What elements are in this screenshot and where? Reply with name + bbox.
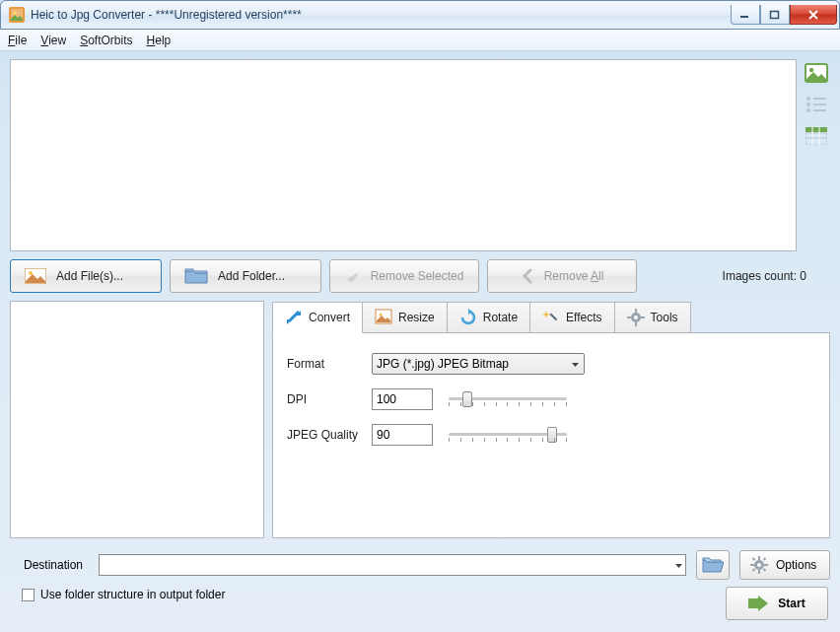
folder-structure-row: Use folder structure in output folder [10,588,830,601]
chevron-left-icon [521,268,534,284]
format-value: JPG (*.jpg) JPEG Bitmap [377,357,509,371]
svg-point-5 [809,68,813,72]
menu-file[interactable]: File [8,34,27,47]
svg-rect-39 [748,598,758,608]
tab-resize-label: Resize [398,311,435,324]
remove-all-label: Remove All [544,269,604,283]
file-buttons-row: Add File(s)... Add Folder... Remove Sele… [10,259,830,293]
tab-tools-label: Tools [651,311,678,324]
svg-rect-27 [627,316,631,318]
svg-rect-11 [813,109,826,111]
close-button[interactable] [790,5,837,25]
svg-rect-2 [740,16,748,18]
convert-icon [285,309,303,326]
tab-rotate[interactable]: Rotate [448,302,530,333]
svg-point-1 [13,11,17,15]
tab-body-convert: Format JPG (*.jpg) JPEG Bitmap DPI [272,332,830,538]
menu-view[interactable]: View [40,34,66,47]
svg-rect-38 [752,568,756,572]
remove-selected-button[interactable]: Remove Selected [329,259,479,293]
destination-label: Destination [10,558,89,572]
svg-rect-26 [635,322,637,326]
svg-point-30 [757,563,761,567]
format-label: Format [287,357,372,371]
svg-line-19 [289,312,299,321]
tab-effects-label: Effects [566,311,601,324]
dpi-slider[interactable] [449,389,567,409]
chevron-down-icon [571,360,580,369]
browse-folder-button[interactable] [696,550,730,580]
tab-tools[interactable]: Tools [615,302,691,333]
tab-convert-label: Convert [309,311,350,324]
view-thumbnails-icon[interactable] [803,61,830,85]
menu-help[interactable]: Help [147,34,172,47]
resize-icon [375,309,392,326]
menu-softorbits[interactable]: SoftOrbits [80,34,132,47]
svg-rect-33 [750,564,754,566]
gear-icon [750,556,768,574]
dpi-row: DPI [287,386,815,412]
remove-all-button[interactable]: Remove All [487,259,637,293]
effects-icon [542,309,560,326]
add-files-button[interactable]: Add File(s)... [10,259,162,293]
chevron-down-icon [674,561,683,570]
file-list[interactable] [10,301,264,538]
rotate-icon [459,309,477,326]
tab-resize[interactable]: Resize [363,302,448,333]
brush-icon [345,268,361,284]
folder-open-icon [702,556,724,574]
gear-icon [627,309,645,326]
format-row: Format JPG (*.jpg) JPEG Bitmap [287,351,815,377]
quality-slider[interactable] [449,425,567,445]
svg-point-10 [806,108,810,112]
preview-row [10,59,830,251]
window-title: Heic to Jpg Converter - ****Unregistered… [31,8,302,22]
svg-rect-3 [771,11,779,18]
folder-icon [184,268,208,284]
folder-structure-checkbox[interactable] [22,589,35,601]
svg-rect-36 [763,568,767,572]
play-arrow-icon [748,596,768,611]
add-folder-label: Add Folder... [218,269,285,283]
view-list-icon[interactable] [803,93,830,116]
tab-panel: Convert Resize Rotate Effects Tools [272,301,830,538]
maximize-button[interactable] [760,5,790,25]
svg-rect-28 [641,316,645,318]
app-icon [9,7,25,23]
tab-rotate-label: Rotate [483,311,518,324]
svg-rect-12 [805,127,827,132]
svg-rect-25 [635,309,637,313]
options-label: Options [776,558,816,572]
svg-rect-37 [763,557,767,561]
view-grid-icon[interactable] [803,124,830,148]
svg-point-6 [806,97,810,101]
options-button[interactable]: Options [739,550,830,580]
images-count-label: Images count: 0 [723,269,830,283]
format-select[interactable]: JPG (*.jpg) JPEG Bitmap [372,353,585,375]
view-mode-buttons [803,59,830,251]
svg-rect-13 [805,133,827,145]
destination-row: Destination Options [10,550,830,580]
quality-input[interactable] [372,424,433,446]
dpi-input[interactable] [372,388,433,410]
destination-combo[interactable] [99,554,686,576]
start-button[interactable]: Start [726,587,828,620]
dpi-label: DPI [287,392,372,406]
add-folder-button[interactable]: Add Folder... [170,259,321,293]
minimize-button[interactable] [731,5,760,25]
image-icon [25,268,46,284]
tab-convert[interactable]: Convert [272,302,363,333]
svg-rect-31 [758,556,760,560]
svg-rect-22 [550,313,558,320]
preview-canvas [10,59,797,251]
tab-effects[interactable]: Effects [530,302,614,333]
main-area: Add File(s)... Add Folder... Remove Sele… [0,51,840,632]
folder-structure-label: Use folder structure in output folder [40,588,225,601]
title-bar: Heic to Jpg Converter - ****Unregistered… [0,0,840,30]
tab-strip: Convert Resize Rotate Effects Tools [272,301,830,332]
add-files-label: Add File(s)... [56,269,123,283]
svg-point-24 [634,316,638,319]
menu-bar: File View SoftOrbits Help [0,30,840,51]
svg-rect-9 [813,104,826,105]
mid-area: Convert Resize Rotate Effects Tools [10,301,830,538]
